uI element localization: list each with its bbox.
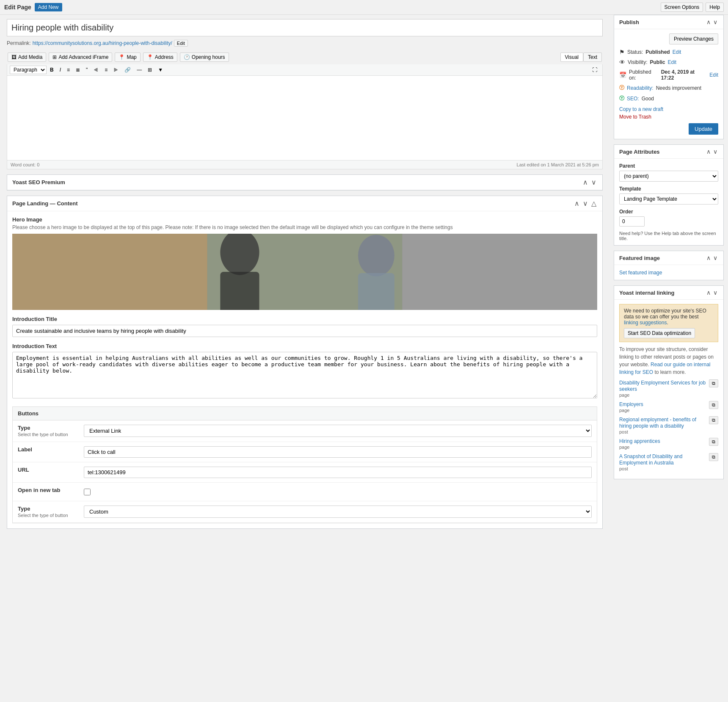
page-attributes-header[interactable]: Page Attributes ∧ ∨ [614,145,723,159]
seo-link[interactable]: SEO: [627,96,639,102]
yoast-linking-header[interactable]: Yoast internal linking ∧ ∨ [614,286,723,300]
readability-link[interactable]: Readability: [627,85,654,91]
help-button[interactable]: Help [706,3,724,12]
button-url-input[interactable] [84,467,592,478]
visual-tab[interactable]: Visual [560,53,583,62]
page-landing-header[interactable]: Page Landing — Content ∧ ∨ △ [7,196,602,211]
align-center-button[interactable]: ≡ [102,66,110,74]
page-attributes-controls: ∧ ∨ [706,148,718,155]
featured-expand-button[interactable]: ∨ [712,254,718,261]
blockquote-button[interactable]: " [83,66,90,74]
more-button[interactable]: — [134,66,144,74]
yoast-seo-box: Yoast SEO Premium ∧ ∨ [7,174,603,191]
readability-row: Ⓨ Readability: Needs improvement [619,83,718,92]
yoast-collapse-button[interactable]: ∧ [582,178,589,186]
attributes-expand-button[interactable]: ∨ [712,148,718,155]
add-media-button[interactable]: 🖼 Add Media [8,53,46,62]
set-featured-image-link[interactable]: Set featured image [619,270,662,276]
text-tab[interactable]: Text [583,53,602,62]
preview-row: Preview Changes [619,33,718,44]
link-suggestion-4: A Snapshot of Disability and Employment … [619,453,718,471]
linking-expand-button[interactable]: ∨ [712,289,718,296]
parent-select[interactable]: (no parent) [619,171,718,182]
suggestion-link-4[interactable]: A Snapshot of Disability and Employment … [619,453,682,466]
page-attributes-body: Parent (no parent) Template Landing Page… [614,159,723,245]
parent-field: Parent (no parent) [619,163,718,182]
suggestion-link-2[interactable]: Regional employment - benefits of hiring… [619,417,696,429]
publish-box: Publish ∧ ∨ Preview Changes ⚑ Status: Pu… [614,15,724,139]
trash-link[interactable]: Move to Trash [619,114,718,120]
landing-collapse-button[interactable]: ∧ [574,199,580,207]
intro-title-input[interactable] [12,325,597,337]
table-button[interactable]: ⊞ [145,66,154,74]
copy-draft-link[interactable]: Copy to a new draft [619,106,718,112]
status-label: Status: [627,49,643,55]
button-newtab-checkbox[interactable] [84,489,91,495]
yoast-linking-title: Yoast internal linking [619,290,675,296]
iframe-icon: ⊞ [52,54,57,60]
featured-collapse-button[interactable]: ∧ [706,254,711,261]
suggestion-link-0[interactable]: Disability Employment Services for job s… [619,380,706,392]
suggestion-copy-2[interactable]: ⧉ [709,416,718,424]
suggestion-copy-4[interactable]: ⧉ [709,453,718,461]
seo-opt-button[interactable]: Start SEO Data optimization [624,328,695,338]
last-edited: Last edited on 1 March 2021 at 5:26 pm [517,162,599,167]
unordered-list-button[interactable]: ≡ [64,66,72,74]
order-input[interactable] [619,216,645,227]
add-new-button[interactable]: Add New [35,3,62,11]
permalink-label: Permalink: [7,40,31,46]
opening-hours-button[interactable]: 🕐 Opening hours [180,53,229,62]
landing-fullscreen-button[interactable]: △ [590,199,597,207]
add-iframe-button[interactable]: ⊞ Add Advanced iFrame [49,53,112,62]
landing-expand-button[interactable]: ∨ [582,199,589,207]
link-button[interactable]: 🔗 [122,66,133,74]
status-edit-link[interactable]: Edit [673,49,681,55]
format-toolbar-toggle[interactable]: ▼ [155,66,165,74]
editor-area[interactable] [7,76,603,160]
align-right-button[interactable]: ⫸ [111,66,121,74]
button-label-input[interactable] [84,446,592,458]
yoast-linking-box: Yoast internal linking ∧ ∨ We need to op… [614,285,724,479]
preview-changes-button[interactable]: Preview Changes [669,33,718,44]
yoast-notice-link[interactable]: linking suggestions [624,320,667,326]
fullscreen-button[interactable]: ⛶ [590,66,600,74]
page-title-input[interactable] [7,19,603,36]
screen-options-button[interactable]: Screen Options [661,3,703,12]
publish-expand-button[interactable]: ∨ [712,19,718,25]
featured-image-header[interactable]: Featured image ∧ ∨ [614,251,723,265]
address-button[interactable]: 📍 Address [143,53,177,62]
suggestion-copy-0[interactable]: ⧉ [709,379,718,387]
published-edit-link[interactable]: Edit [709,72,718,78]
paragraph-select[interactable]: Paragraph [10,66,47,74]
map-button[interactable]: 📍 Map [115,53,140,62]
linking-collapse-button[interactable]: ∧ [706,289,711,296]
format-bar: Paragraph B I ≡ ≣ " ⫷ ≡ ⫸ 🔗 — ⊞ ▼ ⛶ [7,64,603,76]
hero-image-description: Please choose a hero image to be display… [12,224,597,230]
permalink-url[interactable]: https://communitysolutions.org.au/hiring… [33,40,172,46]
screen-options-area: Screen Options Help [661,3,724,12]
button-type-row-2: Type Select the type of button External … [13,501,597,523]
permalink-edit-button[interactable]: Edit [174,40,188,47]
suggestion-copy-1[interactable]: ⧉ [709,401,718,409]
visibility-edit-link[interactable]: Edit [667,59,676,65]
yoast-seo-header[interactable]: Yoast SEO Premium ∧ ∨ [7,175,602,190]
suggestion-link-1[interactable]: Employers [619,401,643,407]
publish-collapse-button[interactable]: ∧ [706,19,711,25]
attributes-collapse-button[interactable]: ∧ [706,148,711,155]
yoast-expand-button[interactable]: ∨ [590,178,597,186]
intro-text-textarea[interactable]: Employment is essential in helping Austr… [12,352,597,398]
italic-button[interactable]: I [57,66,63,74]
button-type-label-1: Type [18,425,77,431]
button-type-select-2[interactable]: External Link Internal Link Custom [84,506,592,518]
suggestion-copy-3[interactable]: ⧉ [709,438,718,446]
update-button[interactable]: Update [689,123,718,135]
yoast-seo-controls: ∧ ∨ [582,178,597,186]
ordered-list-button[interactable]: ≣ [73,66,83,74]
template-select[interactable]: Landing Page Template Default Template F… [619,193,718,205]
bold-button[interactable]: B [47,66,56,74]
button-type-select-1[interactable]: External Link Internal Link Custom [84,425,592,437]
sidebar: Publish ∧ ∨ Preview Changes ⚑ Status: Pu… [609,15,728,702]
suggestion-link-3[interactable]: Hiring apprentices [619,438,660,444]
publish-header[interactable]: Publish ∧ ∨ [614,15,723,29]
align-left-button[interactable]: ⫷ [91,66,101,74]
